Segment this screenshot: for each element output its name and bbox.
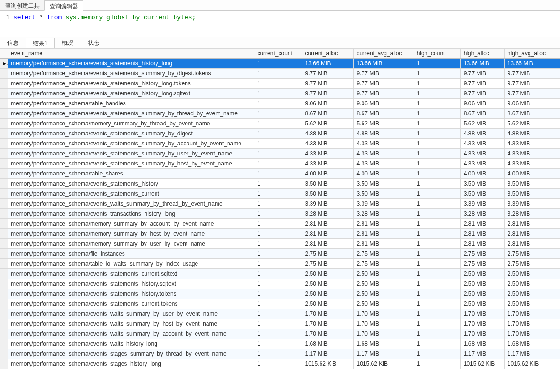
cell-event-name[interactable]: memory/performance_schema/events_waits_s… bbox=[8, 319, 254, 329]
table-row[interactable]: memory/performance_schema/events_waits_s… bbox=[0, 319, 560, 329]
cell-high-alloc[interactable]: 4.33 MiB bbox=[460, 149, 504, 159]
sql-code-line[interactable]: select * from sys.memory_global_by_curre… bbox=[13, 14, 196, 34]
cell-high-avg-alloc[interactable]: 9.77 MiB bbox=[504, 69, 560, 79]
table-row[interactable]: memory/performance_schema/memory_summary… bbox=[0, 119, 560, 129]
cell-current-alloc[interactable]: 4.33 MiB bbox=[302, 149, 353, 159]
cell-current-avg-alloc[interactable]: 9.06 MiB bbox=[353, 99, 414, 109]
cell-event-name[interactable]: memory/performance_schema/events_stateme… bbox=[8, 139, 254, 149]
cell-current-avg-alloc[interactable]: 4.88 MiB bbox=[353, 129, 414, 139]
cell-current-avg-alloc[interactable]: 9.77 MiB bbox=[353, 79, 414, 89]
cell-current-count[interactable]: 1 bbox=[254, 219, 302, 229]
cell-high-alloc[interactable]: 2.81 MiB bbox=[460, 219, 504, 229]
table-row[interactable]: memory/performance_schema/events_waits_s… bbox=[0, 329, 560, 339]
cell-high-count[interactable]: 1 bbox=[414, 159, 460, 169]
cell-high-count[interactable]: 1 bbox=[414, 249, 460, 259]
cell-current-avg-alloc[interactable]: 2.81 MiB bbox=[353, 239, 414, 249]
cell-high-avg-alloc[interactable]: 3.39 MiB bbox=[504, 199, 560, 209]
table-row[interactable]: memory/performance_schema/events_transac… bbox=[0, 209, 560, 219]
table-row[interactable]: memory/performance_schema/events_stateme… bbox=[0, 139, 560, 149]
cell-event-name[interactable]: memory/performance_schema/events_waits_s… bbox=[8, 309, 254, 319]
cell-high-count[interactable]: 1 bbox=[414, 319, 460, 329]
cell-current-alloc[interactable]: 9.77 MiB bbox=[302, 89, 353, 99]
cell-current-alloc[interactable]: 1015.62 KiB bbox=[302, 359, 353, 369]
column-header-event_name[interactable]: event_name bbox=[8, 49, 254, 59]
cell-current-count[interactable]: 1 bbox=[254, 269, 302, 279]
cell-high-count[interactable]: 1 bbox=[414, 339, 460, 349]
cell-current-alloc[interactable]: 1.68 MiB bbox=[302, 339, 353, 349]
cell-high-count[interactable]: 1 bbox=[414, 289, 460, 299]
cell-current-count[interactable]: 1 bbox=[254, 299, 302, 309]
table-row[interactable]: memory/performance_schema/events_waits_s… bbox=[0, 309, 560, 319]
cell-current-alloc[interactable]: 2.75 MiB bbox=[302, 259, 353, 269]
cell-current-avg-alloc[interactable]: 9.77 MiB bbox=[353, 89, 414, 99]
cell-high-alloc[interactable]: 4.00 MiB bbox=[460, 169, 504, 179]
cell-high-alloc[interactable]: 9.06 MiB bbox=[460, 99, 504, 109]
cell-event-name[interactable]: memory/performance_schema/events_stateme… bbox=[8, 299, 254, 309]
cell-current-avg-alloc[interactable]: 4.33 MiB bbox=[353, 159, 414, 169]
column-header-high_count[interactable]: high_count bbox=[414, 49, 460, 59]
table-row[interactable]: ▸memory/performance_schema/events_statem… bbox=[0, 59, 560, 69]
cell-current-count[interactable]: 1 bbox=[254, 349, 302, 359]
cell-event-name[interactable]: memory/performance_schema/events_waits_s… bbox=[8, 199, 254, 209]
cell-high-alloc[interactable]: 4.33 MiB bbox=[460, 159, 504, 169]
cell-current-count[interactable]: 1 bbox=[254, 339, 302, 349]
result-tab-2[interactable]: 概况 bbox=[55, 37, 81, 48]
result-table[interactable]: event_namecurrent_countcurrent_alloccurr… bbox=[0, 48, 560, 369]
cell-high-count[interactable]: 1 bbox=[414, 279, 460, 289]
cell-event-name[interactable]: memory/performance_schema/events_stages_… bbox=[8, 349, 254, 359]
cell-high-count[interactable]: 1 bbox=[414, 119, 460, 129]
cell-current-alloc[interactable]: 2.50 MiB bbox=[302, 289, 353, 299]
cell-high-avg-alloc[interactable]: 4.88 MiB bbox=[504, 129, 560, 139]
cell-high-alloc[interactable]: 4.33 MiB bbox=[460, 139, 504, 149]
table-row[interactable]: memory/performance_schema/events_stateme… bbox=[0, 269, 560, 279]
cell-high-alloc[interactable]: 3.28 MiB bbox=[460, 209, 504, 219]
cell-current-avg-alloc[interactable]: 4.00 MiB bbox=[353, 169, 414, 179]
sql-editor[interactable]: 1 select * from sys.memory_global_by_cur… bbox=[0, 11, 560, 37]
cell-event-name[interactable]: memory/performance_schema/events_stateme… bbox=[8, 89, 254, 99]
result-tab-3[interactable]: 状态 bbox=[81, 37, 106, 48]
cell-current-alloc[interactable]: 8.67 MiB bbox=[302, 109, 353, 119]
cell-high-alloc[interactable]: 3.50 MiB bbox=[460, 179, 504, 189]
cell-high-avg-alloc[interactable]: 3.28 MiB bbox=[504, 209, 560, 219]
cell-high-avg-alloc[interactable]: 1.70 MiB bbox=[504, 329, 560, 339]
cell-high-alloc[interactable]: 13.66 MiB bbox=[460, 59, 504, 69]
cell-high-count[interactable]: 1 bbox=[414, 139, 460, 149]
cell-current-count[interactable]: 1 bbox=[254, 169, 302, 179]
result-grid[interactable]: event_namecurrent_countcurrent_alloccurr… bbox=[0, 48, 560, 392]
cell-high-count[interactable]: 1 bbox=[414, 149, 460, 159]
table-row[interactable]: memory/performance_schema/events_stateme… bbox=[0, 279, 560, 289]
cell-current-count[interactable]: 1 bbox=[254, 59, 302, 69]
cell-high-alloc[interactable]: 1.17 MiB bbox=[460, 349, 504, 359]
cell-current-count[interactable]: 1 bbox=[254, 69, 302, 79]
cell-high-count[interactable]: 1 bbox=[414, 59, 460, 69]
table-row[interactable]: memory/performance_schema/events_stateme… bbox=[0, 299, 560, 309]
cell-current-count[interactable]: 1 bbox=[254, 129, 302, 139]
cell-current-alloc[interactable]: 4.88 MiB bbox=[302, 129, 353, 139]
table-row[interactable]: memory/performance_schema/events_stateme… bbox=[0, 159, 560, 169]
cell-event-name[interactable]: memory/performance_schema/memory_summary… bbox=[8, 229, 254, 239]
cell-high-alloc[interactable]: 9.77 MiB bbox=[460, 69, 504, 79]
table-row[interactable]: memory/performance_schema/memory_summary… bbox=[0, 229, 560, 239]
cell-high-avg-alloc[interactable]: 1.17 MiB bbox=[504, 349, 560, 359]
cell-high-avg-alloc[interactable]: 9.06 MiB bbox=[504, 99, 560, 109]
table-row[interactable]: memory/performance_schema/table_shares14… bbox=[0, 169, 560, 179]
table-row[interactable]: memory/performance_schema/events_stages_… bbox=[0, 359, 560, 369]
cell-current-count[interactable]: 1 bbox=[254, 149, 302, 159]
cell-high-alloc[interactable]: 3.50 MiB bbox=[460, 189, 504, 199]
cell-current-count[interactable]: 1 bbox=[254, 189, 302, 199]
cell-current-avg-alloc[interactable]: 3.39 MiB bbox=[353, 199, 414, 209]
column-header-current_count[interactable]: current_count bbox=[254, 49, 302, 59]
cell-current-count[interactable]: 1 bbox=[254, 289, 302, 299]
top-tab-1[interactable]: 查询编辑器 bbox=[44, 0, 83, 11]
cell-event-name[interactable]: memory/performance_schema/events_stateme… bbox=[8, 289, 254, 299]
cell-current-alloc[interactable]: 9.77 MiB bbox=[302, 79, 353, 89]
cell-high-avg-alloc[interactable]: 4.00 MiB bbox=[504, 169, 560, 179]
cell-current-alloc[interactable]: 1.70 MiB bbox=[302, 329, 353, 339]
cell-high-count[interactable]: 1 bbox=[414, 259, 460, 269]
cell-high-alloc[interactable]: 2.50 MiB bbox=[460, 279, 504, 289]
cell-high-alloc[interactable]: 3.39 MiB bbox=[460, 199, 504, 209]
cell-current-count[interactable]: 1 bbox=[254, 209, 302, 219]
cell-current-count[interactable]: 1 bbox=[254, 259, 302, 269]
cell-high-count[interactable]: 1 bbox=[414, 169, 460, 179]
cell-current-avg-alloc[interactable]: 2.81 MiB bbox=[353, 219, 414, 229]
